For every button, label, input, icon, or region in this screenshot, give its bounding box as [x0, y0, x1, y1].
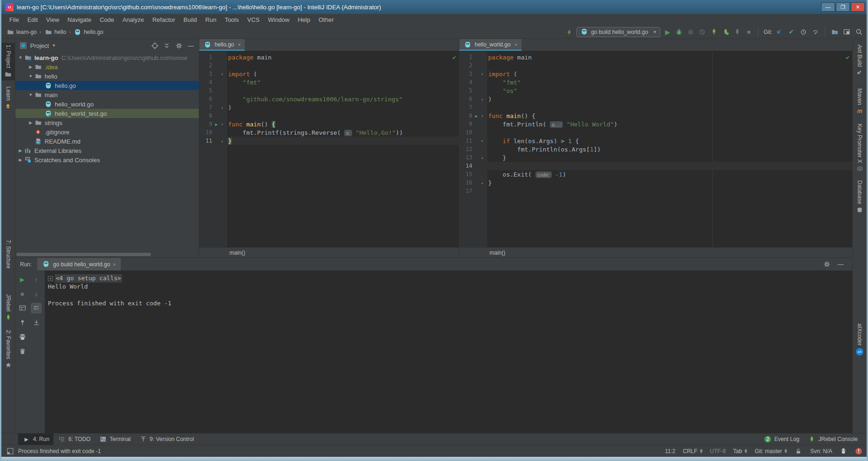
horizontal-scrollbar[interactable]: [16, 253, 151, 256]
code-editor[interactable]: 1package main23▾import (4 "fmt"5 "os"6▴)…: [459, 51, 852, 247]
code-editor[interactable]: 1package main23▾import (4 "fmt"56 "githu…: [199, 51, 459, 247]
git-commit-icon[interactable]: ✔: [787, 28, 796, 36]
run-gutter-icon[interactable]: ▶: [475, 113, 481, 119]
run-console[interactable]: +<4 go setup calls>Hello WorldProcess fi…: [45, 270, 852, 433]
run-config-select[interactable]: go build hello_world.go ▼: [576, 27, 661, 37]
stripe-tab-ant-build[interactable]: Ant Build: [853, 43, 867, 79]
editor-breadcrumb[interactable]: main(): [459, 247, 852, 257]
search-icon[interactable]: [855, 28, 863, 36]
softwrap-button[interactable]: [31, 303, 41, 313]
menu-other[interactable]: Other: [314, 15, 338, 24]
fold-marker-icon[interactable]: ▾: [481, 72, 486, 76]
menu-file[interactable]: File: [5, 15, 23, 24]
status-utf-8[interactable]: UTF-8: [710, 448, 726, 454]
tree-item-scratches-and-consoles[interactable]: ▶Scratches and Consoles: [15, 155, 199, 165]
menu-view[interactable]: View: [42, 15, 63, 24]
menu-run[interactable]: Run: [201, 15, 221, 24]
menu-window[interactable]: Window: [264, 15, 294, 24]
stripe-tab-7-structure[interactable]: 7: Structure: [1, 238, 15, 270]
rerun-button[interactable]: ▶: [17, 274, 27, 284]
tool-windows-icon[interactable]: [6, 447, 14, 455]
print-button[interactable]: [17, 332, 27, 342]
stripe-tab-2-favorites[interactable]: 2: Favorites: [1, 328, 15, 371]
detach-window-icon[interactable]: [842, 28, 851, 36]
fold-marker-icon[interactable]: ▾: [221, 72, 226, 76]
jrebel-run-icon[interactable]: JR: [710, 28, 718, 36]
maximize-button[interactable]: ❐: [836, 2, 850, 12]
hector-icon[interactable]: [840, 447, 848, 455]
menu-navigate[interactable]: Navigate: [63, 15, 95, 24]
up-button[interactable]: ↑: [31, 274, 41, 284]
history-icon[interactable]: [799, 28, 808, 36]
menu-edit[interactable]: Edit: [23, 15, 42, 24]
tree-item-learn-go[interactable]: ▼learn-goC:\Users\Administrator\go\src\g…: [15, 53, 199, 62]
close-button[interactable]: ✕: [851, 2, 865, 12]
lock-icon[interactable]: [795, 447, 803, 455]
collapse-all-icon[interactable]: [163, 41, 171, 50]
menu-code[interactable]: Code: [96, 15, 118, 24]
tree-item--idea[interactable]: ▶.idea: [15, 62, 199, 72]
stripe-tab-jrebel[interactable]: JRebel: [1, 292, 15, 323]
toolwindow-tab-9-version-control[interactable]: 9: Version Control: [135, 434, 198, 445]
rollback-icon[interactable]: [811, 28, 820, 36]
menu-analyze[interactable]: Analyze: [118, 15, 148, 24]
menu-build[interactable]: Build: [179, 15, 201, 24]
run-tab[interactable]: go build hello_world.go ×: [37, 258, 120, 270]
settings-icon[interactable]: [175, 41, 183, 50]
menu-refactor[interactable]: Refactor: [148, 15, 179, 24]
breadcrumb-item[interactable]: hello: [44, 28, 66, 36]
jrebel-sync-icon[interactable]: [733, 28, 741, 36]
status-svn-n-a[interactable]: Svn: N/A: [810, 448, 832, 454]
clear-button[interactable]: [17, 346, 27, 356]
minimize-button[interactable]: —: [821, 2, 835, 12]
close-icon[interactable]: ×: [514, 42, 517, 47]
chevron-down-icon[interactable]: ▼: [27, 74, 34, 79]
chevron-right-icon[interactable]: ▶: [27, 65, 34, 69]
profiler-icon[interactable]: [698, 28, 706, 36]
fold-marker-icon[interactable]: ▴: [481, 181, 486, 185]
toolwindow-tab-jrebel-console[interactable]: JRebel Console: [803, 434, 862, 445]
tree-item-hello-world-go[interactable]: hello_world.go: [15, 99, 199, 109]
breadcrumb-item[interactable]: hello.go: [73, 28, 103, 36]
editor-breadcrumb[interactable]: main(): [199, 247, 459, 257]
stripe-tab-learn[interactable]: Learn: [1, 85, 15, 113]
stripe-tab-maven[interactable]: Mavenm: [853, 86, 867, 117]
editor-tab-hello-go[interactable]: hello.go×: [199, 39, 245, 51]
chevron-right-icon[interactable]: ▶: [17, 148, 24, 153]
tree-item-readme-md[interactable]: MDREADME.md: [15, 137, 199, 146]
status-error-dot[interactable]: !: [855, 448, 862, 454]
run-gutter-icon[interactable]: ▶: [215, 122, 221, 127]
tree-item-hello-world-test-go[interactable]: hello_world_test.go: [15, 109, 199, 118]
chevron-right-icon[interactable]: ▶: [17, 158, 24, 162]
toolwindow-tab-event-log[interactable]: 2Event Log: [759, 434, 803, 445]
fold-marker-icon[interactable]: ▴: [481, 156, 486, 160]
toolwindow-tab-4-run[interactable]: ▶4: Run: [18, 434, 53, 445]
tree-item-strings[interactable]: ▶strings: [15, 118, 199, 127]
fold-marker-icon[interactable]: ▾: [221, 122, 226, 126]
stop-button[interactable]: ■: [17, 289, 27, 299]
fold-marker-icon[interactable]: ▴: [221, 105, 226, 110]
project-view-select[interactable]: Project ▼: [19, 41, 56, 50]
stripe-tab-key-promoter-x[interactable]: Key Promoter X: [853, 122, 867, 175]
fold-marker-icon[interactable]: ▾: [481, 139, 486, 143]
layout-button[interactable]: [17, 303, 27, 313]
chevron-down-icon[interactable]: ▼: [17, 55, 24, 60]
breadcrumb-item[interactable]: learn-go: [6, 28, 37, 36]
git-update-icon[interactable]: [775, 28, 783, 36]
tree-item-external-libraries[interactable]: ▶External Libraries: [15, 146, 199, 155]
close-icon[interactable]: ×: [238, 42, 241, 47]
fold-marker-icon[interactable]: ▾: [481, 114, 486, 118]
status-lock[interactable]: [795, 447, 803, 455]
scroll-end-button[interactable]: [31, 317, 41, 328]
inspection-ok-icon[interactable]: ✔: [452, 54, 456, 61]
editor-tab-hello_world-go[interactable]: hello_world.go×: [459, 39, 522, 51]
status-11-2[interactable]: 11:2: [665, 448, 675, 454]
inspection-ok-icon[interactable]: ✔: [846, 54, 849, 61]
stripe-tab-aixcoder[interactable]: aIXcoderaiX: [853, 322, 867, 358]
chevron-right-icon[interactable]: ▶: [27, 120, 34, 125]
coverage-icon[interactable]: [686, 28, 695, 36]
jrebel-debug-icon[interactable]: [721, 28, 730, 36]
stripe-tab-1-project[interactable]: 1: Project: [1, 43, 15, 80]
toolwindow-tab-terminal[interactable]: Terminal: [95, 434, 135, 445]
fold-marker-icon[interactable]: ▴: [481, 97, 486, 101]
